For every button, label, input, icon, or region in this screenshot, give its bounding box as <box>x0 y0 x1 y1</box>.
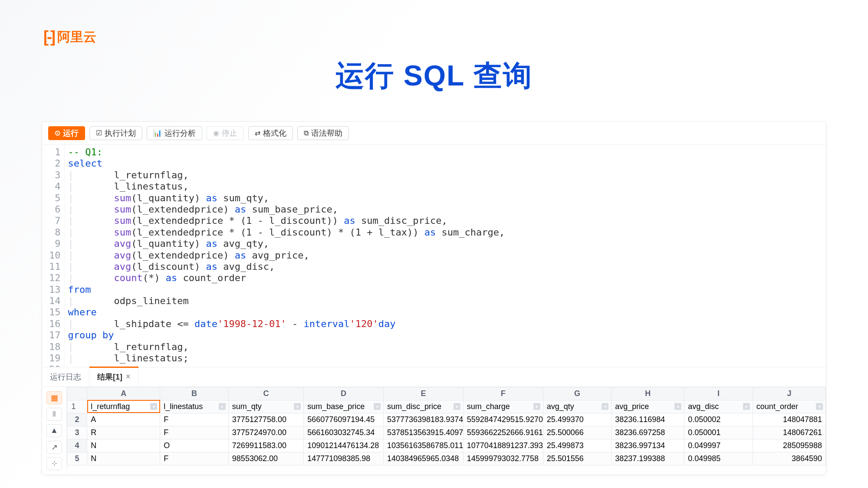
filter-dropdown-icon[interactable]: ▾ <box>743 403 750 410</box>
cell[interactable]: 25.501556 <box>543 452 612 465</box>
code-line[interactable]: | odps_lineitem <box>68 295 505 307</box>
col-letter[interactable]: A <box>87 387 160 400</box>
sql-editor[interactable]: 1234567891011121314151617181920 -- Q1:se… <box>42 145 826 367</box>
table-row[interactable]: 2AF3775127758.005660776097194.4553777363… <box>67 413 826 426</box>
code-line[interactable]: | sum(l_quantity) as sum_qty, <box>68 193 505 204</box>
code-line[interactable]: | l_linestatus, <box>68 181 505 192</box>
cell[interactable]: 10770418891237.3931 <box>463 439 543 452</box>
col-letter[interactable]: F <box>463 387 543 400</box>
cell[interactable]: 5660776097194.45 <box>304 413 384 426</box>
col-header[interactable]: avg_qty▾ <box>543 400 612 413</box>
cell[interactable]: 140384965965.0348 <box>384 452 464 465</box>
code-line[interactable]: | sum(l_extendedprice * (1 - l_discount)… <box>68 227 505 238</box>
cell[interactable]: 25.499370 <box>543 413 612 426</box>
cell[interactable]: 285095988 <box>753 439 825 452</box>
cell[interactable]: 5378513563915.4097 <box>384 426 464 439</box>
cell[interactable]: 7269911583.00 <box>228 439 303 452</box>
col-letter[interactable]: G <box>543 387 612 400</box>
code-line[interactable]: group by <box>68 330 505 341</box>
bar-chart-icon[interactable]: ⫴ <box>46 408 62 421</box>
code-line[interactable]: | avg(l_quantity) as avg_qty, <box>68 238 505 249</box>
col-header[interactable]: l_linestatus▾ <box>160 400 229 413</box>
format-button[interactable]: ⇄ 格式化 <box>248 126 293 140</box>
col-letter[interactable]: E <box>384 387 464 400</box>
cell[interactable]: 10356163586785.0119 <box>384 439 464 452</box>
result-grid[interactable]: ABCDEFGHIJ1l_returnflag▾l_linestatus▾sum… <box>67 387 826 465</box>
cell[interactable]: A <box>87 413 160 426</box>
filter-dropdown-icon[interactable]: ▾ <box>816 403 823 410</box>
tab-run-log[interactable]: 运行日志 <box>42 367 89 386</box>
col-header[interactable]: avg_disc▾ <box>684 400 753 413</box>
col-letter[interactable]: D <box>304 387 384 400</box>
code-line[interactable]: | avg(l_extendedprice) as avg_price, <box>68 250 505 261</box>
filter-dropdown-icon[interactable]: ▾ <box>219 403 226 410</box>
row-number[interactable]: 1 <box>67 400 87 413</box>
filter-dropdown-icon[interactable]: ▾ <box>454 403 460 410</box>
cell[interactable]: F <box>160 413 229 426</box>
table-row[interactable]: 3RF3775724970.005661603032745.3453785135… <box>67 426 826 439</box>
cell[interactable]: O <box>160 439 229 452</box>
cell[interactable]: 38237.199388 <box>612 452 684 465</box>
table-row[interactable]: 4NO7269911583.0010901214476134.281035616… <box>67 439 826 452</box>
cell[interactable]: 10901214476134.28 <box>304 439 384 452</box>
filter-dropdown-icon[interactable]: ▾ <box>533 403 540 410</box>
run-analysis-button[interactable]: 📊 运行分析 <box>147 126 202 140</box>
filter-dropdown-icon[interactable]: ▾ <box>602 403 608 410</box>
code-line[interactable]: | avg(l_discount) as avg_disc, <box>68 261 505 272</box>
code-line[interactable]: select <box>68 158 505 169</box>
code-line[interactable]: | sum(l_extendedprice) as sum_base_price… <box>68 204 505 215</box>
scatter-chart-icon[interactable]: ⁘ <box>46 457 62 470</box>
cell[interactable]: 3864590 <box>753 452 825 465</box>
cell[interactable]: 147771098385.98 <box>304 452 384 465</box>
cell[interactable]: 5661603032745.34 <box>304 426 384 439</box>
cell[interactable]: R <box>87 426 160 439</box>
col-header[interactable]: sum_charge▾ <box>463 400 543 413</box>
cell[interactable]: 0.049997 <box>684 439 753 452</box>
cell[interactable]: N <box>87 439 160 452</box>
code-line[interactable]: | sum(l_extendedprice * (1 - l_discount)… <box>68 215 505 226</box>
cell[interactable]: 148067261 <box>753 426 825 439</box>
col-header[interactable]: avg_price▾ <box>612 400 684 413</box>
cell[interactable]: 38236.697258 <box>612 426 684 439</box>
cell[interactable]: 5377736398183.9374 <box>384 413 464 426</box>
cell[interactable]: 38236.997134 <box>612 439 684 452</box>
cell[interactable]: 38236.116984 <box>612 413 684 426</box>
row-number[interactable]: 4 <box>67 439 87 452</box>
cell[interactable]: 5593662252666.9161 <box>463 426 543 439</box>
code-line[interactable]: where <box>68 307 505 318</box>
close-icon[interactable]: × <box>126 372 131 381</box>
cell[interactable]: 3775127758.00 <box>228 413 303 426</box>
cell[interactable]: 25.499873 <box>543 439 612 452</box>
explain-plan-button[interactable]: ☑ 执行计划 <box>89 126 142 140</box>
cell[interactable]: 3775724970.00 <box>228 426 303 439</box>
col-header[interactable]: sum_qty▾ <box>228 400 303 413</box>
code-line[interactable]: -- Q1: <box>68 147 505 158</box>
cell[interactable]: 98553062.00 <box>228 452 303 465</box>
col-letter[interactable]: H <box>612 387 684 400</box>
area-chart-icon[interactable]: ▲ <box>46 424 62 437</box>
col-letter[interactable]: I <box>684 387 753 400</box>
row-number[interactable]: 3 <box>67 426 87 439</box>
cell[interactable]: F <box>160 452 229 465</box>
col-header[interactable]: sum_base_price▾ <box>304 400 384 413</box>
cell[interactable]: 145999793032.7758 <box>463 452 543 465</box>
result-grid-wrap[interactable]: ABCDEFGHIJ1l_returnflag▾l_linestatus▾sum… <box>67 387 826 475</box>
code-line[interactable]: from <box>68 284 505 295</box>
col-header[interactable]: sum_disc_price▾ <box>384 400 464 413</box>
col-header[interactable]: l_returnflag▾ <box>87 400 160 413</box>
line-chart-icon[interactable]: ↗ <box>46 441 62 454</box>
cell[interactable]: 148047881 <box>753 413 825 426</box>
cell[interactable]: 0.050002 <box>684 413 753 426</box>
code-line[interactable]: | l_returnflag, <box>68 341 505 353</box>
cell[interactable]: 0.049985 <box>684 452 753 465</box>
col-letter[interactable]: C <box>228 387 303 400</box>
table-view-icon[interactable]: ▦ <box>46 391 62 404</box>
row-number[interactable]: 5 <box>67 452 87 465</box>
col-letter[interactable]: B <box>160 387 229 400</box>
table-row[interactable]: 5NF98553062.00147771098385.9814038496596… <box>67 452 826 465</box>
code-line[interactable]: | count(*) as count_order <box>68 272 505 284</box>
cell[interactable]: N <box>87 452 160 465</box>
run-button[interactable]: ⊙ 运行 <box>48 126 85 140</box>
tab-result[interactable]: 结果[1] × <box>89 367 139 386</box>
code-line[interactable]: | l_linestatus; <box>68 353 505 364</box>
